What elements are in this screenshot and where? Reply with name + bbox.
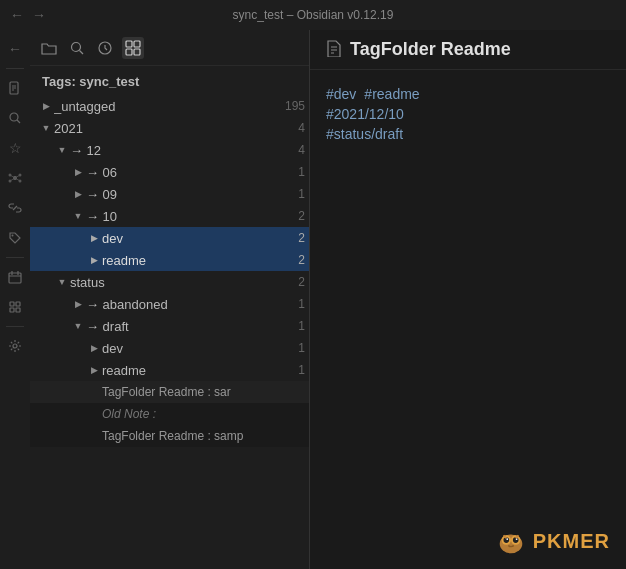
- count-dev: 2: [298, 231, 305, 245]
- count-abandoned: 1: [298, 297, 305, 311]
- arrow-untagged: ▶: [38, 98, 54, 114]
- tag-date[interactable]: #2021/12/10: [326, 106, 404, 122]
- tree-item-draft-dev[interactable]: ▶ dev 1: [30, 337, 309, 359]
- back-arrow[interactable]: ←: [10, 7, 24, 23]
- sidebar-separator-2: [6, 257, 24, 258]
- sidebar-separator-1: [6, 68, 24, 69]
- tree-item-draft-readme[interactable]: ▶ readme 1: [30, 359, 309, 381]
- plugin-sidebar-icon[interactable]: [2, 294, 28, 320]
- star-sidebar-icon[interactable]: ☆: [2, 135, 28, 161]
- tag-status-draft[interactable]: #status/draft: [326, 126, 403, 142]
- count-draft: 1: [298, 319, 305, 333]
- count-draft-dev: 1: [298, 341, 305, 355]
- svg-line-5: [17, 120, 20, 123]
- file-sidebar-icon[interactable]: [2, 75, 28, 101]
- tag-sidebar-icon[interactable]: [2, 225, 28, 251]
- old-note-label: Old Note :: [102, 407, 156, 421]
- link-sidebar-icon[interactable]: [2, 195, 28, 221]
- arrow-10: ▼: [70, 208, 86, 224]
- branding: PKMER: [495, 525, 610, 557]
- note-item-1[interactable]: TagFolder Readme : sar: [30, 381, 309, 403]
- tree-item-status[interactable]: ▼ status 2: [30, 271, 309, 293]
- tree-item-dev[interactable]: ▶ dev 2: [30, 227, 309, 249]
- folder-toolbar-icon[interactable]: [38, 37, 60, 59]
- svg-rect-20: [10, 302, 14, 306]
- label-readme: readme: [102, 253, 294, 268]
- graph-sidebar-icon[interactable]: [2, 165, 28, 191]
- label-12: → 12: [70, 143, 294, 158]
- tree-item-draft[interactable]: ▼ → draft 1: [30, 315, 309, 337]
- count-12: 4: [298, 143, 305, 157]
- arrow-09: ▶: [70, 186, 86, 202]
- branding-logo-icon: [495, 525, 527, 557]
- count-readme: 2: [298, 253, 305, 267]
- content-area: TagFolder Readme #dev #readme #2021/12/1…: [310, 30, 626, 569]
- panel-header: Tags: sync_test: [30, 66, 309, 95]
- arrow-draft-readme: ▶: [86, 362, 102, 378]
- arrow-dev: ▶: [86, 230, 102, 246]
- settings-sidebar-icon[interactable]: [2, 333, 28, 359]
- label-draft-readme: readme: [102, 363, 294, 378]
- count-untagged: 195: [285, 99, 305, 113]
- label-10: → 10: [86, 209, 294, 224]
- panel-toolbar: [30, 30, 309, 66]
- search-sidebar-icon[interactable]: [2, 105, 28, 131]
- tags-line-3: #status/draft: [326, 126, 610, 142]
- svg-rect-22: [10, 308, 14, 312]
- svg-rect-31: [134, 49, 140, 55]
- old-note-header: Old Note :: [30, 403, 309, 425]
- tree-item-06[interactable]: ▶ → 06 1: [30, 161, 309, 183]
- tree-item-12[interactable]: ▼ → 12 4: [30, 139, 309, 161]
- tag-readme[interactable]: #readme: [364, 86, 419, 102]
- branding-text: PKMER: [533, 530, 610, 553]
- nav-back-sidebar-icon[interactable]: ←: [2, 36, 28, 62]
- label-draft: → draft: [86, 319, 294, 334]
- search-toolbar-icon[interactable]: [66, 37, 88, 59]
- tag-dev[interactable]: #dev: [326, 86, 356, 102]
- tree-item-untagged[interactable]: ▶ _untagged 195: [30, 95, 309, 117]
- svg-point-24: [13, 344, 17, 348]
- arrow-draft: ▼: [70, 318, 86, 334]
- tree-item-10[interactable]: ▼ → 10 2: [30, 205, 309, 227]
- tree-item-readme[interactable]: ▶ readme 2: [30, 249, 309, 271]
- tree-item-abandoned[interactable]: ▶ → abandoned 1: [30, 293, 309, 315]
- label-06: → 06: [86, 165, 294, 180]
- nav-arrows: ← →: [10, 7, 46, 23]
- svg-rect-28: [126, 41, 132, 47]
- count-06: 1: [298, 165, 305, 179]
- arrow-abandoned: ▶: [70, 296, 86, 312]
- note-label-1: TagFolder Readme : sar: [102, 385, 231, 399]
- note-item-2[interactable]: TagFolder Readme : samp: [30, 425, 309, 447]
- window-title: sync_test – Obsidian v0.12.19: [233, 8, 394, 22]
- svg-point-25: [72, 42, 81, 51]
- svg-line-26: [80, 50, 84, 54]
- arrow-draft-dev: ▶: [86, 340, 102, 356]
- content-file-icon: [326, 39, 342, 61]
- svg-rect-30: [126, 49, 132, 55]
- arrow-12: ▼: [54, 142, 70, 158]
- svg-point-40: [506, 538, 508, 540]
- note-label-2: TagFolder Readme : samp: [102, 429, 243, 443]
- label-2021: 2021: [54, 121, 294, 136]
- tree-item-09[interactable]: ▶ → 09 1: [30, 183, 309, 205]
- icon-sidebar: ← ☆: [0, 30, 30, 569]
- tree-container[interactable]: ▶ _untagged 195 ▼ 2021 4 ▼ → 12 4 ▶ → 06…: [30, 95, 309, 569]
- arrow-readme: ▶: [86, 252, 102, 268]
- label-abandoned: → abandoned: [86, 297, 294, 312]
- tags-toolbar-icon[interactable]: [122, 37, 144, 59]
- label-draft-dev: dev: [102, 341, 294, 356]
- tags-line-1: #dev #readme: [326, 86, 610, 102]
- svg-rect-29: [134, 41, 140, 47]
- arrow-status: ▼: [54, 274, 70, 290]
- label-status: status: [70, 275, 294, 290]
- label-untagged: _untagged: [54, 99, 281, 114]
- count-draft-readme: 1: [298, 363, 305, 377]
- count-2021: 4: [298, 121, 305, 135]
- clock-toolbar-icon[interactable]: [94, 37, 116, 59]
- content-header: TagFolder Readme: [310, 30, 626, 70]
- forward-arrow[interactable]: →: [32, 7, 46, 23]
- file-panel: Tags: sync_test ▶ _untagged 195 ▼ 2021 4…: [30, 30, 310, 569]
- svg-point-15: [12, 235, 14, 237]
- tree-item-2021[interactable]: ▼ 2021 4: [30, 117, 309, 139]
- calendar-sidebar-icon[interactable]: [2, 264, 28, 290]
